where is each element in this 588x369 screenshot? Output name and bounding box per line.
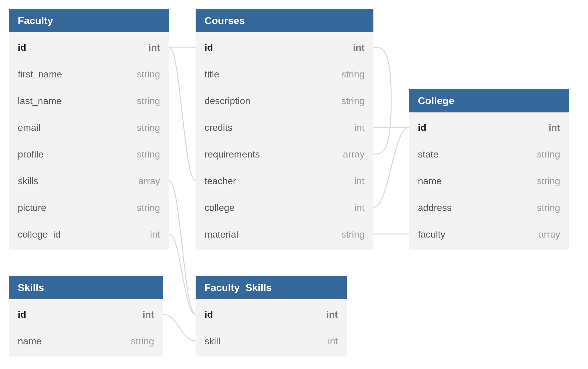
er-diagram-canvas: { "tables": { "faculty": { "title": "Fac… — [0, 0, 588, 369]
column-type: int — [354, 202, 365, 213]
column-name: id — [204, 309, 213, 320]
column-name: picture — [18, 202, 46, 213]
column-name: id — [18, 309, 26, 320]
column-name: first_name — [18, 69, 62, 80]
column-type: int — [549, 122, 560, 133]
table-body: idintstatestringnamestringaddressstringf… — [409, 112, 569, 249]
column-name: email — [18, 122, 40, 133]
table-row: collegeint — [196, 194, 373, 221]
table-row: namestring — [409, 168, 569, 194]
table-faculty_skills: Faculty_Skillsidintskillint — [196, 276, 347, 356]
table-body: idinttitlestringdescriptionstringcredits… — [196, 32, 373, 249]
column-type: string — [537, 202, 560, 213]
table-row-pk: idint — [9, 301, 163, 328]
column-type: string — [537, 149, 560, 160]
table-body: idintnamestring — [9, 299, 163, 356]
column-type: int — [354, 176, 365, 187]
table-row: first_namestring — [9, 61, 169, 88]
column-type: int — [353, 42, 365, 53]
table-row: addressstring — [409, 194, 569, 221]
table-courses: Coursesidinttitlestringdescriptionstring… — [196, 9, 373, 249]
column-name: name — [418, 176, 442, 187]
column-type: string — [537, 176, 560, 187]
table-row-pk: idint — [9, 34, 169, 61]
column-name: profile — [18, 149, 44, 160]
column-type: int — [354, 122, 365, 133]
table-row: namestring — [9, 328, 163, 354]
table-college: Collegeidintstatestringnamestringaddress… — [409, 89, 569, 249]
relationship-connector — [373, 47, 391, 154]
column-type: string — [341, 96, 365, 106]
column-type: array — [539, 229, 560, 240]
table-header: Faculty — [9, 9, 169, 32]
table-body: idintskillint — [196, 299, 347, 356]
relationship-connector — [169, 234, 196, 314]
column-type: array — [343, 149, 365, 160]
column-type: string — [131, 336, 154, 347]
table-row: skillsarray — [9, 168, 169, 194]
table-row: profilestring — [9, 141, 169, 168]
table-row: skillint — [196, 328, 347, 354]
column-type: int — [148, 42, 160, 53]
column-name: skill — [204, 336, 220, 347]
column-type: string — [137, 122, 160, 133]
table-row: titlestring — [196, 61, 373, 88]
table-row: materialstring — [196, 221, 373, 248]
column-type: int — [150, 229, 160, 240]
table-row: statestring — [409, 141, 569, 168]
column-name: skills — [18, 176, 38, 187]
column-name: material — [204, 229, 238, 240]
table-body: idintfirst_namestringlast_namestringemai… — [9, 32, 169, 249]
table-row: picturestring — [9, 194, 169, 221]
table-header: Skills — [9, 276, 163, 299]
column-name: teacher — [204, 176, 236, 187]
column-name: title — [204, 69, 219, 80]
column-name: id — [418, 122, 426, 133]
table-row: last_namestring — [9, 88, 169, 114]
table-header: College — [409, 89, 569, 112]
column-type: int — [328, 336, 338, 347]
column-name: id — [18, 42, 26, 53]
column-type: string — [137, 96, 160, 106]
column-type: string — [341, 69, 365, 80]
table-row: emailstring — [9, 114, 169, 141]
table-faculty: Facultyidintfirst_namestringlast_namestr… — [9, 9, 169, 249]
column-name: college_id — [18, 229, 60, 240]
relationship-connector — [169, 47, 196, 181]
table-row-pk: idint — [196, 301, 347, 328]
table-row: teacherint — [196, 168, 373, 194]
column-type: string — [137, 69, 160, 80]
table-row: creditsint — [196, 114, 373, 141]
column-name: name — [18, 336, 41, 347]
column-name: state — [418, 149, 438, 160]
table-row: descriptionstring — [196, 88, 373, 114]
relationship-connector — [163, 314, 196, 341]
column-name: last_name — [18, 96, 62, 106]
table-row: requirementsarray — [196, 141, 373, 168]
table-row-pk: idint — [196, 34, 373, 61]
column-type: string — [137, 149, 160, 160]
relationship-connector — [169, 181, 196, 314]
column-type: string — [137, 202, 160, 213]
table-row-pk: idint — [409, 114, 569, 141]
table-header: Courses — [196, 9, 373, 32]
column-name: credits — [204, 122, 232, 133]
column-type: int — [143, 309, 154, 320]
column-name: requirements — [204, 149, 260, 160]
column-type: int — [326, 309, 338, 320]
table-row: college_idint — [9, 221, 169, 248]
column-name: college — [204, 202, 234, 213]
column-type: array — [138, 176, 160, 187]
column-name: id — [204, 42, 213, 53]
column-type: string — [341, 229, 365, 240]
table-header: Faculty_Skills — [196, 276, 347, 299]
column-name: address — [418, 202, 452, 213]
column-name: description — [204, 96, 250, 106]
table-skills: Skillsidintnamestring — [9, 276, 163, 356]
relationship-connector — [373, 127, 409, 207]
table-row: facultyarray — [409, 221, 569, 248]
column-name: faculty — [418, 229, 445, 240]
